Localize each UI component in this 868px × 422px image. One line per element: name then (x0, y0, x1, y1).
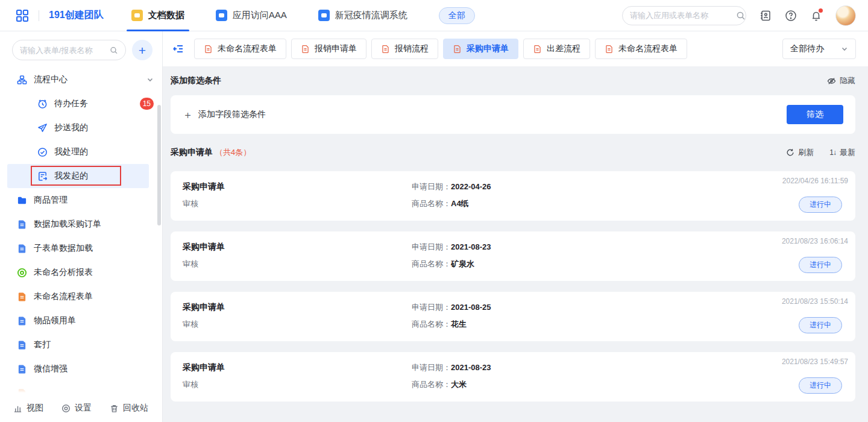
user-avatar[interactable] (835, 5, 856, 26)
sidebar-item-print-template[interactable]: 套打 (0, 333, 162, 357)
list-title: 采购申请单 (171, 147, 213, 158)
sidebar-item-subform-data-load[interactable]: 子表单数据加载 (0, 236, 162, 260)
apply-filter-button[interactable]: 筛选 (787, 105, 843, 124)
form-icon (533, 45, 542, 54)
status-badge[interactable]: 进行中 (799, 317, 842, 333)
record-title: 采购申请单 (183, 181, 225, 192)
app-tab-docs[interactable]: 文档数据 (131, 0, 184, 31)
content: 添加筛选条件 隐藏 ＋ 添加字段筛选条件 筛选 采购申请单 （共4条） (163, 66, 868, 422)
form-tab-label: 报销申请单 (315, 43, 357, 54)
app-tab-access[interactable]: 应用访问AAA (216, 0, 287, 31)
status-badge[interactable]: 进行中 (799, 377, 842, 394)
sidebar-item-label: 我处理的 (54, 146, 154, 157)
form-send-icon (37, 171, 48, 181)
form-tab-label: 采购申请单 (467, 43, 509, 54)
main-area: 未命名流程表单 报销申请单 报销流程 采购申请单 出差流程 未命名流程表单 (163, 31, 868, 422)
apps-grid-icon[interactable] (16, 9, 29, 22)
filter-section-title: 添加筛选条件 (171, 75, 221, 86)
record-product-field: 商品名称：大米 (412, 379, 467, 390)
form-tab-business-trip-flow[interactable]: 出差流程 (523, 39, 590, 59)
sidebar-search[interactable] (12, 40, 126, 60)
app-icon (318, 10, 330, 21)
record-card[interactable]: 采购申请单 审核 申请日期：2021-08-25 商品名称：花生 2021/08… (171, 292, 855, 341)
record-title: 采购申请单 (183, 302, 225, 313)
all-apps-pill[interactable]: 全部 (439, 7, 475, 24)
doc-app-icon (131, 10, 143, 21)
recycle-bin-button[interactable]: 回收站 (110, 403, 148, 414)
app-tab-label: 新冠疫情流调系统 (335, 10, 407, 21)
record-step: 审核 (183, 319, 198, 330)
folder-icon (17, 195, 27, 206)
sidebar: + 流程中心 待办任务 15 (0, 31, 163, 422)
sidebar-item-todo-tasks[interactable]: 待办任务 15 (0, 92, 162, 116)
record-step: 审核 (183, 379, 198, 390)
report-target-icon (17, 268, 27, 278)
record-product-field: 商品名称：A4纸 (412, 198, 469, 209)
sidebar-item-initiated-by-me[interactable]: 我发起的 (7, 164, 149, 188)
form-tab-unnamed-flow-2[interactable]: 未命名流程表单 (595, 39, 687, 59)
sidebar-item-label: 数据加载采购订单 (34, 219, 154, 230)
sidebar-item-label: 子表单数据加载 (34, 243, 154, 254)
sidebar-item-item-requisition[interactable]: 物品领用单 (0, 309, 162, 333)
todo-scope-dropdown[interactable]: 全部待办 (782, 39, 856, 59)
hide-filter-button[interactable]: 隐藏 (827, 75, 855, 86)
settings-label: 设置 (75, 403, 92, 414)
notification-bell-icon[interactable] (810, 10, 822, 22)
sidebar-item-unnamed-flow-form[interactable]: 未命名流程表单 (0, 285, 162, 309)
org-chart-icon (17, 75, 27, 85)
recycle-bin-label: 回收站 (123, 403, 148, 414)
app-tab-label: 文档数据 (148, 10, 184, 21)
address-book-icon[interactable] (760, 10, 772, 22)
record-card[interactable]: 采购申请单 审核 申请日期：2021-08-23 商品名称：大米 2021/08… (171, 352, 855, 402)
form-icon (17, 340, 27, 350)
app-tab-covid[interactable]: 新冠疫情流调系统 (318, 0, 407, 31)
sort-icon: 1↓ (829, 148, 836, 157)
record-step: 审核 (183, 259, 198, 269)
sidebar-item-label: 商品管理 (34, 195, 154, 206)
form-icon (381, 45, 390, 54)
flow-form-icon (17, 292, 27, 302)
sidebar-item-cc-to-me[interactable]: 抄送我的 (0, 116, 162, 140)
sidebar-item-data-load-purchase-order[interactable]: 数据加载采购订单 (0, 212, 162, 236)
sidebar-search-input[interactable] (20, 46, 110, 55)
settings-button[interactable]: 设置 (61, 403, 92, 414)
views-button[interactable]: 视图 (13, 403, 43, 414)
trash-icon (110, 404, 119, 413)
status-badge[interactable]: 进行中 (799, 197, 842, 213)
form-tab-expense-request[interactable]: 报销申请单 (291, 39, 366, 59)
form-tab-unnamed-flow-1[interactable]: 未命名流程表单 (194, 39, 286, 59)
filter-panel: ＋ 添加字段筛选条件 筛选 (171, 95, 855, 134)
sidebar-item-goods-management[interactable]: 商品管理 (0, 188, 162, 212)
sort-latest-button[interactable]: 1↓ 最新 (829, 147, 855, 158)
status-badge[interactable]: 进行中 (799, 257, 842, 273)
gear-icon (61, 404, 71, 413)
refresh-button[interactable]: 刷新 (786, 147, 814, 158)
form-tab-expense-flow[interactable]: 报销流程 (371, 39, 438, 59)
add-form-button[interactable]: + (132, 40, 153, 60)
record-card[interactable]: 采购申请单 审核 申请日期：2021-08-23 商品名称：矿泉水 2021/0… (171, 231, 855, 281)
search-icon[interactable] (736, 11, 746, 20)
record-card[interactable]: 采购申请单 审核 申请日期：2022-04-26 商品名称：A4纸 2022/0… (171, 171, 855, 221)
sidebar-item-clipped[interactable] (0, 381, 162, 394)
sidebar-item-unnamed-report[interactable]: 未命名分析报表 (0, 260, 162, 285)
team-name[interactable]: 191创建团队 (49, 9, 104, 22)
refresh-label: 刷新 (798, 147, 814, 158)
notification-dot (819, 8, 823, 13)
todo-scope-value: 全部待办 (790, 43, 824, 54)
collapse-sidebar-icon[interactable] (172, 43, 184, 55)
add-filter-condition-button[interactable]: ＋ 添加字段筛选条件 (183, 109, 266, 120)
form-tab-label: 未命名流程表单 (218, 43, 277, 54)
sidebar-item-handled-by-me[interactable]: 我处理的 (0, 140, 162, 164)
global-search-input[interactable] (630, 11, 736, 20)
help-icon[interactable] (785, 10, 797, 22)
chevron-down-icon[interactable] (146, 76, 154, 83)
sidebar-item-process-center[interactable]: 流程中心 (0, 68, 162, 92)
sidebar-item-label: 未命名分析报表 (34, 267, 154, 278)
record-count: （共4条） (215, 147, 251, 158)
sidebar-scrollbar[interactable] (157, 105, 161, 225)
sidebar-item-label: 我发起的 (54, 171, 140, 181)
global-search[interactable] (622, 6, 746, 25)
chevron-down-icon (841, 45, 848, 52)
sidebar-item-wechat-enhance[interactable]: 微信增强 (0, 357, 162, 381)
form-tab-purchase-request[interactable]: 采购申请单 (443, 39, 518, 59)
